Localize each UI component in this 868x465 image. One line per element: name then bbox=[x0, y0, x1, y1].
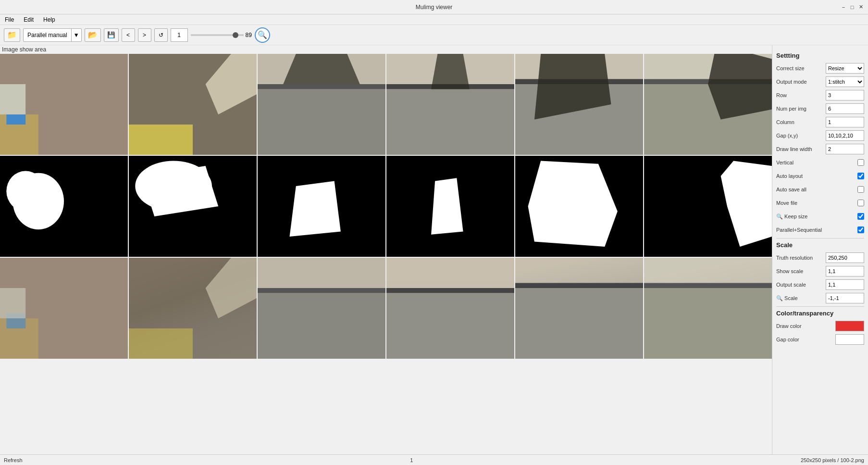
grid-cell-2-2[interactable] bbox=[129, 156, 257, 257]
grid-cell-3-4[interactable] bbox=[386, 258, 514, 359]
draw-line-width-row: Draw line width bbox=[776, 144, 864, 154]
grid-cell-2-3[interactable] bbox=[258, 156, 385, 257]
svg-rect-8 bbox=[258, 84, 385, 89]
slider-value: 89 bbox=[246, 32, 252, 38]
gap-input[interactable] bbox=[826, 130, 864, 141]
draw-color-swatch[interactable] bbox=[835, 321, 864, 331]
truth-resolution-label: Truth resolution bbox=[776, 255, 826, 261]
grid-cell-2-5[interactable] bbox=[515, 156, 643, 257]
truth-resolution-row: Truth resolution bbox=[776, 252, 864, 263]
draw-color-label: Draw color bbox=[776, 323, 835, 329]
svg-rect-55 bbox=[644, 288, 772, 359]
grid-cell-1-2[interactable] bbox=[129, 54, 257, 155]
open-icon: 📂 bbox=[88, 30, 98, 39]
settings-title: Settting bbox=[776, 52, 864, 59]
scale-input[interactable] bbox=[826, 293, 864, 303]
main-area: Image show area bbox=[0, 45, 868, 454]
save-button[interactable]: 💾 bbox=[104, 28, 119, 42]
output-scale-row: Output scale bbox=[776, 279, 864, 290]
app-title: Mulimg viewer bbox=[416, 4, 453, 11]
truth-resolution-input[interactable] bbox=[826, 252, 864, 263]
keep-size-row: 🔍 Keep size bbox=[776, 211, 864, 222]
show-scale-row: Show scale bbox=[776, 266, 864, 276]
menu-bar: File Edit Help bbox=[0, 14, 868, 25]
refresh-button[interactable]: ↺ bbox=[154, 28, 168, 42]
keep-size-checkbox[interactable] bbox=[857, 213, 864, 220]
grid-cell-3-1[interactable] bbox=[0, 258, 128, 359]
status-bar: Refresh 1 250x250 pixels / 100-2.png bbox=[0, 454, 868, 465]
num-per-img-input[interactable] bbox=[826, 103, 864, 114]
svg-point-25 bbox=[6, 171, 45, 212]
grid-cell-3-6[interactable] bbox=[644, 258, 772, 359]
close-button[interactable]: ✕ bbox=[857, 4, 864, 11]
svg-marker-14 bbox=[431, 54, 470, 89]
parallel-mode-dropdown[interactable]: Parallel manual ▼ bbox=[23, 28, 82, 42]
menu-edit[interactable]: Edit bbox=[21, 15, 37, 24]
open-file-button[interactable]: 📂 bbox=[85, 28, 101, 42]
menu-file[interactable]: File bbox=[2, 15, 17, 24]
gap-color-row: Gap color bbox=[776, 334, 864, 345]
svg-rect-52 bbox=[515, 288, 643, 359]
output-mode-select[interactable]: 1:stitch 2:split bbox=[826, 76, 864, 87]
magnifier-scale-icon: 🔍 bbox=[776, 295, 783, 301]
toolbar: 📁 Parallel manual ▼ 📂 💾 < > ↺ 89 🔍 bbox=[0, 25, 868, 45]
grid-cell-1-6[interactable] bbox=[644, 54, 772, 155]
open-folder-button[interactable]: 📁 bbox=[4, 28, 20, 42]
menu-help[interactable]: Help bbox=[40, 15, 58, 24]
correct-size-label: Correct size bbox=[776, 65, 826, 71]
area-label: Image show area bbox=[0, 45, 772, 54]
grid-cell-1-1[interactable] bbox=[0, 54, 128, 155]
grid-cell-2-6[interactable] bbox=[644, 156, 772, 257]
auto-save-all-checkbox[interactable] bbox=[857, 186, 864, 193]
svg-rect-9 bbox=[258, 89, 385, 155]
scale-row: 🔍 Scale bbox=[776, 293, 864, 303]
grid-cell-2-4[interactable] bbox=[386, 156, 514, 257]
svg-marker-22 bbox=[708, 54, 772, 120]
grid-cell-1-3[interactable] bbox=[258, 54, 385, 155]
parallel-mode-label: Parallel manual bbox=[24, 32, 71, 38]
page-number-input[interactable] bbox=[171, 28, 188, 42]
svg-rect-50 bbox=[515, 258, 643, 283]
magnifier-keep-icon: 🔍 bbox=[776, 214, 783, 219]
move-file-checkbox[interactable] bbox=[857, 200, 864, 206]
gap-color-swatch[interactable] bbox=[835, 334, 864, 345]
draw-line-width-input[interactable] bbox=[826, 144, 864, 154]
scale-divider bbox=[776, 238, 864, 239]
auto-layout-label: Auto layout bbox=[776, 173, 857, 179]
dropdown-arrow-icon[interactable]: ▼ bbox=[71, 29, 81, 41]
column-row: Column bbox=[776, 117, 864, 127]
grid-cell-3-2[interactable] bbox=[129, 258, 257, 359]
svg-rect-47 bbox=[386, 258, 514, 288]
auto-layout-checkbox[interactable] bbox=[857, 173, 864, 179]
svg-rect-53 bbox=[644, 258, 772, 283]
show-scale-input[interactable] bbox=[826, 266, 864, 276]
search-button[interactable]: 🔍 bbox=[255, 27, 270, 43]
row-input[interactable] bbox=[826, 90, 864, 101]
grid-cell-1-4[interactable] bbox=[386, 54, 514, 155]
output-mode-label: Output mode bbox=[776, 79, 826, 85]
parallel-sequential-checkbox[interactable] bbox=[857, 226, 864, 233]
grid-cell-3-5[interactable] bbox=[515, 258, 643, 359]
minimize-button[interactable]: − bbox=[840, 4, 847, 11]
next-button[interactable]: > bbox=[138, 28, 151, 42]
grid-cell-3-3[interactable] bbox=[258, 258, 385, 359]
column-input[interactable] bbox=[826, 117, 864, 127]
window-controls: − □ ✕ bbox=[840, 4, 864, 11]
prev-button[interactable]: < bbox=[122, 28, 135, 42]
gap-color-label: Gap color bbox=[776, 337, 835, 342]
svg-marker-10 bbox=[283, 54, 360, 84]
grid-cell-1-5[interactable] bbox=[515, 54, 643, 155]
output-scale-input[interactable] bbox=[826, 279, 864, 290]
zoom-slider[interactable] bbox=[191, 34, 244, 36]
svg-rect-44 bbox=[258, 258, 385, 288]
auto-save-all-row: Auto save all bbox=[776, 184, 864, 195]
title-bar: Mulimg viewer − □ ✕ bbox=[0, 0, 868, 14]
svg-rect-51 bbox=[515, 283, 643, 289]
maximize-button[interactable]: □ bbox=[849, 4, 856, 11]
svg-rect-45 bbox=[258, 288, 385, 293]
vertical-checkbox[interactable] bbox=[857, 159, 864, 166]
correct-size-select[interactable]: Resize Crop bbox=[826, 63, 864, 74]
scale-section-title: Scale bbox=[776, 241, 864, 249]
vertical-row: Vertical bbox=[776, 157, 864, 168]
grid-cell-2-1[interactable] bbox=[0, 156, 128, 257]
